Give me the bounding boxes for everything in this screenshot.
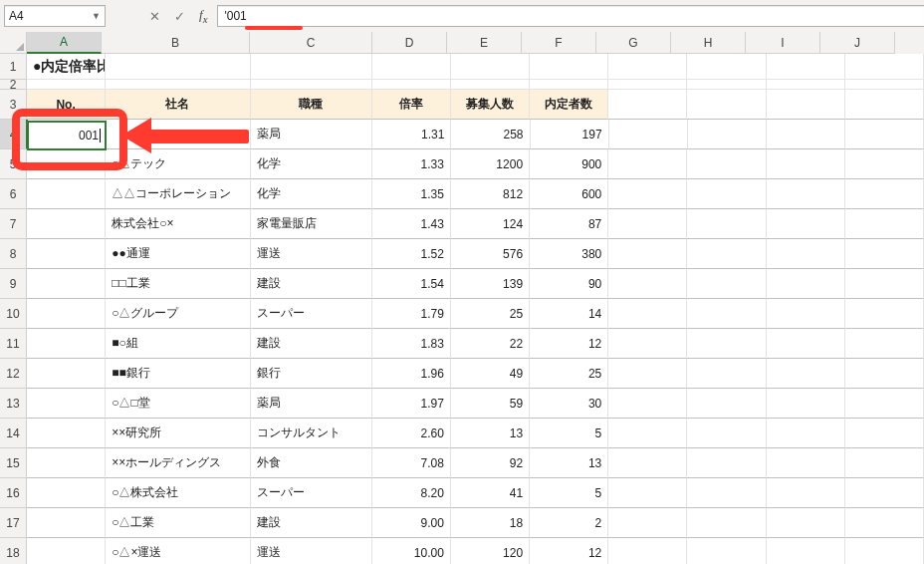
cell-company[interactable]: ××研究所	[106, 419, 250, 448]
cell-decided[interactable]: 2	[530, 508, 608, 538]
cell-type[interactable]: 運送	[251, 239, 372, 269]
cell-no[interactable]	[27, 359, 106, 389]
row-header[interactable]: 5	[0, 149, 27, 179]
cell-company[interactable]: ○△□堂	[106, 389, 250, 419]
cell-rate[interactable]: 1.31	[372, 120, 451, 149]
cell-type[interactable]: 建設	[251, 508, 372, 538]
cell-decided[interactable]: 30	[530, 389, 608, 419]
col-header-J[interactable]: J	[820, 32, 895, 54]
cell-type[interactable]: 化学	[251, 149, 372, 179]
cell-rate[interactable]: 1.96	[372, 359, 451, 389]
cell-apply[interactable]: 812	[451, 179, 530, 209]
cell-no[interactable]	[27, 269, 106, 299]
cell-company[interactable]: ○△グループ	[106, 299, 250, 329]
row-header[interactable]: 16	[0, 478, 27, 508]
row-header[interactable]: 8	[0, 239, 27, 269]
cell-type[interactable]: スーパー	[251, 299, 372, 329]
row-header[interactable]: 17	[0, 508, 27, 538]
cell-rate[interactable]: 1.35	[372, 179, 451, 209]
cell-decided[interactable]: 5	[530, 478, 608, 508]
cell-no[interactable]	[27, 299, 106, 329]
col-header-D[interactable]: D	[372, 32, 447, 54]
cell-rate[interactable]: 8.20	[372, 478, 451, 508]
cell-apply[interactable]: 59	[451, 389, 530, 419]
cell-decided[interactable]: 197	[531, 120, 609, 149]
cell-type[interactable]: 外食	[251, 448, 372, 478]
row-header[interactable]: 10	[0, 299, 27, 329]
row-header[interactable]: 12	[0, 359, 27, 389]
cell-type[interactable]: 薬局	[251, 120, 372, 149]
hdr-type[interactable]: 職種	[251, 90, 372, 120]
cell-apply[interactable]: 25	[451, 299, 530, 329]
cell-decided[interactable]: 900	[530, 149, 608, 179]
dropdown-icon[interactable]: ▼	[92, 11, 101, 21]
cell-rate[interactable]: 1.54	[372, 269, 451, 299]
cell-decided[interactable]: 12	[530, 329, 608, 359]
cell-rate[interactable]: 1.97	[372, 389, 451, 419]
cell-company[interactable]: ○△テック	[106, 149, 250, 179]
cell-type[interactable]: スーパー	[251, 478, 372, 508]
col-header-G[interactable]: G	[596, 32, 671, 54]
cell-no[interactable]	[27, 419, 106, 448]
cell-company[interactable]: ○△株式会社	[106, 478, 250, 508]
name-box[interactable]: A4 ▼	[4, 5, 106, 27]
cell-company[interactable]: ○△工業	[106, 508, 250, 538]
cell-rate[interactable]: 1.33	[372, 149, 451, 179]
row-header[interactable]: 15	[0, 448, 27, 478]
spreadsheet-grid[interactable]: A B C D E F G H I J 1 ●内定倍率比較 2	[0, 32, 924, 564]
cell-no[interactable]	[27, 538, 106, 564]
cancel-icon[interactable]: ✕	[149, 9, 160, 24]
title-cell[interactable]: ●内定倍率比較	[27, 54, 106, 80]
cell-decided[interactable]: 380	[530, 239, 608, 269]
cell-rate[interactable]: 2.60	[372, 419, 451, 448]
cell-no[interactable]	[27, 389, 106, 419]
cell-type[interactable]: 運送	[251, 538, 372, 564]
row-header[interactable]: 9	[0, 269, 27, 299]
cell-type[interactable]: 建設	[251, 269, 372, 299]
col-header-B[interactable]: B	[102, 32, 250, 54]
hdr-company[interactable]: 社名	[106, 90, 250, 120]
hdr-no[interactable]: No.	[27, 90, 106, 120]
row-header[interactable]: 2	[0, 80, 27, 90]
row-header[interactable]: 18	[0, 538, 27, 564]
col-header-F[interactable]: F	[522, 32, 596, 54]
cell-rate[interactable]: 1.83	[372, 329, 451, 359]
cell-apply[interactable]: 576	[451, 239, 530, 269]
cell-decided[interactable]: 12	[530, 538, 608, 564]
cell-no[interactable]	[27, 508, 106, 538]
cell-apply[interactable]: 13	[451, 419, 530, 448]
col-header-I[interactable]: I	[746, 32, 820, 54]
cell-rate[interactable]: 1.52	[372, 239, 451, 269]
cell-decided[interactable]: 14	[530, 299, 608, 329]
hdr-decided[interactable]: 内定者数	[530, 90, 608, 120]
row-header[interactable]: 13	[0, 389, 27, 419]
row-header[interactable]: 14	[0, 419, 27, 448]
cell-decided[interactable]: 5	[530, 419, 608, 448]
cell-no[interactable]	[27, 448, 106, 478]
cell-apply[interactable]: 18	[451, 508, 530, 538]
cell-company[interactable]: ○△×運送	[106, 538, 250, 564]
cell-rate[interactable]: 1.79	[372, 299, 451, 329]
col-header-E[interactable]: E	[447, 32, 522, 54]
active-cell-A4[interactable]: 001	[27, 121, 107, 150]
select-all-corner[interactable]	[0, 32, 27, 54]
cell-apply[interactable]: 22	[451, 329, 530, 359]
cell-decided[interactable]: 600	[530, 179, 608, 209]
cell-apply[interactable]: 49	[451, 359, 530, 389]
cell-type[interactable]: 家電量販店	[251, 209, 372, 239]
row-header[interactable]: 11	[0, 329, 27, 359]
cell-type[interactable]: 化学	[251, 179, 372, 209]
row-header[interactable]: 6	[0, 179, 27, 209]
cell-apply[interactable]: 1200	[451, 149, 530, 179]
cell-rate[interactable]: 7.08	[372, 448, 451, 478]
cell-apply[interactable]: 41	[451, 478, 530, 508]
hdr-apply[interactable]: 募集人数	[451, 90, 530, 120]
cell-company[interactable]: △△コーポレーション	[106, 179, 250, 209]
cell-apply[interactable]: 124	[451, 209, 530, 239]
cell-company[interactable]: ■■銀行	[106, 359, 250, 389]
row-header[interactable]: 1	[0, 54, 27, 80]
cell-no[interactable]	[27, 329, 106, 359]
fx-icon[interactable]: fx	[199, 7, 207, 25]
cell-decided[interactable]: 13	[530, 448, 608, 478]
cell-apply[interactable]: 139	[451, 269, 530, 299]
